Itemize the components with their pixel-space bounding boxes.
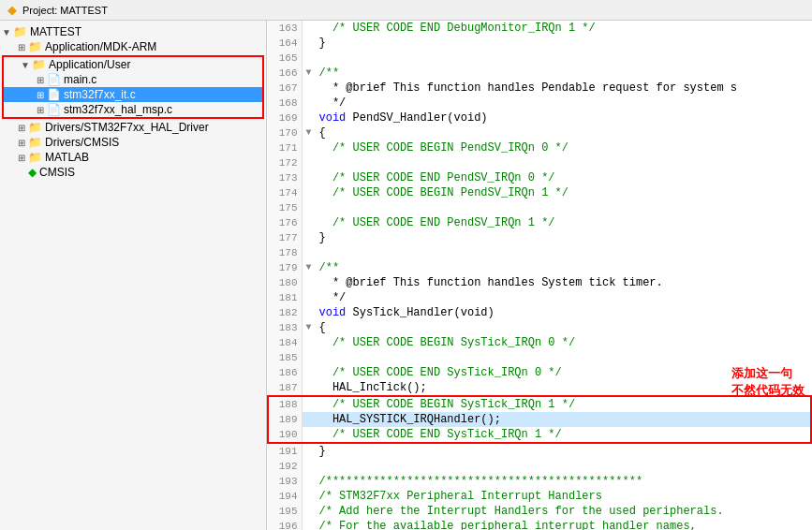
- expand-col[interactable]: [302, 170, 316, 185]
- sidebar-item-main-c[interactable]: ⊞📄main.c: [4, 72, 262, 87]
- annotation: 添加这一句 不然代码无效: [731, 365, 805, 399]
- expand-col[interactable]: [302, 504, 316, 519]
- tree-expander[interactable]: ⊞: [15, 138, 28, 148]
- code-content: * @brief This function handles System ti…: [316, 275, 811, 290]
- code-content: HAL_SYSTICK_IRQHandler();: [316, 412, 811, 427]
- line-number: 170: [268, 125, 302, 140]
- tree-label: main.c: [64, 73, 96, 86]
- expand-col[interactable]: [302, 305, 316, 320]
- expand-col[interactable]: [302, 350, 316, 365]
- code-row: 170▼{: [268, 125, 811, 140]
- tree-expander[interactable]: ▼: [0, 27, 13, 37]
- expand-col[interactable]: [302, 21, 316, 36]
- expand-col[interactable]: [302, 96, 316, 110]
- line-number: 193: [268, 474, 302, 489]
- expand-col[interactable]: ▼: [302, 320, 316, 335]
- code-editor[interactable]: 163 /* USER CODE END DebugMonitor_IRQn 1…: [267, 21, 812, 530]
- line-number: 185: [268, 350, 302, 365]
- code-row: 180 * @brief This function handles Syste…: [268, 275, 811, 290]
- sidebar-item-stm32-it[interactable]: ⊞📄stm32f7xx_it.c: [4, 87, 262, 102]
- line-number: 166: [268, 66, 302, 81]
- code-row: 194/* STM32F7xx Peripheral Interrupt Han…: [268, 489, 811, 504]
- expand-col[interactable]: [302, 380, 316, 396]
- code-content: }: [316, 443, 811, 459]
- code-row: 163 /* USER CODE END DebugMonitor_IRQn 1…: [268, 21, 811, 36]
- expand-col[interactable]: [302, 245, 316, 260]
- folder-icon: 📁: [28, 121, 42, 134]
- code-content: */: [316, 290, 811, 305]
- file-icon: 📄: [47, 73, 61, 86]
- sidebar-item-drivers-cmsis[interactable]: ⊞📁Drivers/CMSIS: [0, 135, 266, 150]
- expand-col[interactable]: [302, 185, 316, 200]
- sidebar-item-stm32-hal[interactable]: ⊞📄stm32f7xx_hal_msp.c: [4, 102, 262, 117]
- code-content: [316, 459, 811, 474]
- expand-col[interactable]: [302, 365, 316, 380]
- expand-col[interactable]: [302, 489, 316, 504]
- code-row: 196/* For the available peripheral inter…: [268, 519, 811, 530]
- code-content: */: [316, 96, 811, 110]
- expand-col[interactable]: [302, 36, 316, 51]
- sidebar-item-cmsis[interactable]: ◆CMSIS: [0, 165, 266, 180]
- sidebar-item-drivers-stm[interactable]: ⊞📁Drivers/STM32F7xx_HAL_Driver: [0, 120, 266, 135]
- tree-label: Application/MDK-ARM: [45, 40, 156, 53]
- line-number: 192: [268, 459, 302, 474]
- code-row: 173 /* USER CODE END PendSV_IRQn 0 */: [268, 170, 811, 185]
- code-row: 187 HAL_IncTick();: [268, 380, 811, 396]
- line-number: 178: [268, 245, 302, 260]
- code-row: 176 /* USER CODE END PendSV_IRQn 1 */: [268, 215, 811, 230]
- tree-expander[interactable]: ⊞: [34, 105, 47, 115]
- sidebar-item-matlab[interactable]: ⊞📁MATLAB: [0, 150, 266, 165]
- expand-col[interactable]: [302, 459, 316, 474]
- expand-col[interactable]: [302, 290, 316, 305]
- line-number: 186: [268, 365, 302, 380]
- expand-col[interactable]: [302, 335, 316, 350]
- expand-col[interactable]: [302, 81, 316, 96]
- tree-expander[interactable]: ⊞: [34, 90, 47, 100]
- code-row: 184 /* USER CODE BEGIN SysTick_IRQn 0 */: [268, 335, 811, 350]
- code-content: /* USER CODE END PendSV_IRQn 1 */: [316, 215, 811, 230]
- diamond-icon: ◆: [28, 166, 37, 179]
- expand-col[interactable]: [302, 215, 316, 230]
- tree-expander[interactable]: ▼: [19, 60, 32, 70]
- expand-col[interactable]: [302, 396, 316, 412]
- expand-col[interactable]: [302, 443, 316, 459]
- code-row: 188 /* USER CODE BEGIN SysTick_IRQn 1 */: [268, 396, 811, 412]
- tree-expander[interactable]: ⊞: [15, 42, 28, 52]
- expand-col[interactable]: [302, 412, 316, 427]
- folder-icon: 📁: [28, 136, 42, 149]
- code-content: {: [316, 320, 811, 335]
- line-number: 181: [268, 290, 302, 305]
- line-number: 195: [268, 504, 302, 519]
- tree-label: stm32f7xx_it.c: [64, 88, 136, 101]
- code-content: {: [316, 125, 811, 140]
- expand-col[interactable]: ▼: [302, 125, 316, 140]
- line-number: 188: [268, 396, 302, 412]
- main-area: ▼📁MATTEST⊞📁Application/MDK-ARM▼📁Applicat…: [0, 21, 812, 530]
- code-row: 191}: [268, 443, 811, 459]
- expand-col[interactable]: [302, 140, 316, 155]
- expand-col[interactable]: [302, 474, 316, 489]
- expand-col[interactable]: [302, 51, 316, 66]
- sidebar-item-mattest-root[interactable]: ▼📁MATTEST: [0, 24, 266, 39]
- expand-col[interactable]: ▼: [302, 260, 316, 275]
- expand-col[interactable]: [302, 519, 316, 530]
- expand-col[interactable]: [302, 200, 316, 215]
- code-content: /* STM32F7xx Peripheral Interrupt Handle…: [316, 489, 811, 504]
- expand-col[interactable]: [302, 275, 316, 290]
- expand-col[interactable]: ▼: [302, 66, 316, 81]
- title-text: Project: MATTEST: [22, 5, 108, 16]
- sidebar-item-app-user[interactable]: ▼📁Application/User: [4, 57, 262, 72]
- line-number: 164: [268, 36, 302, 51]
- tree-expander[interactable]: ⊞: [15, 123, 28, 133]
- tree-expander[interactable]: ⊞: [34, 75, 47, 85]
- expand-col[interactable]: [302, 427, 316, 443]
- code-row: 182void SysTick_Handler(void): [268, 305, 811, 320]
- expand-col[interactable]: [302, 110, 316, 125]
- code-content: [316, 350, 811, 365]
- sidebar-item-app-mdk[interactable]: ⊞📁Application/MDK-ARM: [0, 39, 266, 54]
- code-content: * @brief This function handles Pendable …: [316, 81, 811, 96]
- tree-expander[interactable]: ⊞: [15, 153, 28, 163]
- annotation-line1: 添加这一句: [731, 366, 792, 380]
- expand-col[interactable]: [302, 155, 316, 170]
- expand-col[interactable]: [302, 230, 316, 245]
